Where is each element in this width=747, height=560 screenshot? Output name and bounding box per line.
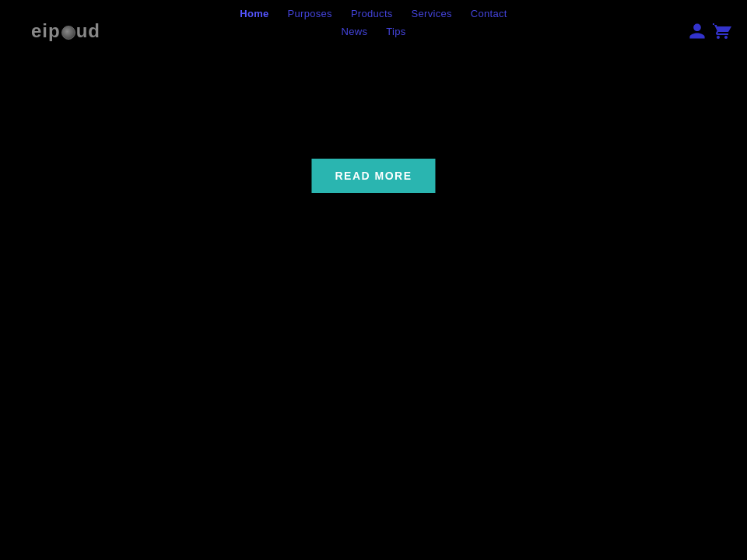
read-more-button[interactable]: READ MORE (311, 159, 435, 193)
main-content: READ MORE (0, 0, 747, 560)
